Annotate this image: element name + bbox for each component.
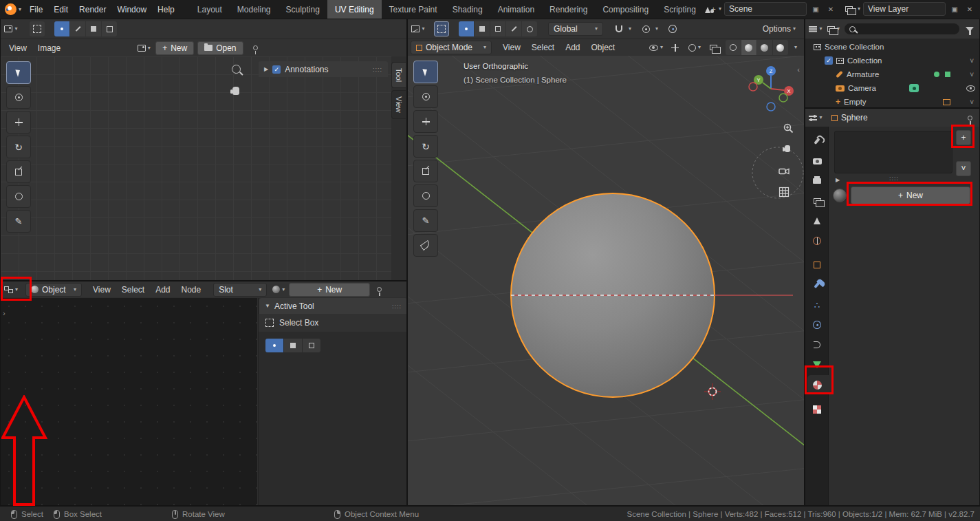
- vp-menu-add[interactable]: Add: [560, 43, 585, 52]
- tab-constraints[interactable]: [805, 336, 829, 354]
- tab-tool[interactable]: [805, 132, 829, 150]
- active-tool-panel-header[interactable]: ▼ Active Tool ::::: [259, 298, 407, 314]
- pin-icon[interactable]: [253, 45, 258, 50]
- blender-menu-arrow[interactable]: ▾: [19, 7, 21, 12]
- shader-menu-node[interactable]: Node: [176, 285, 207, 295]
- shading-material-button[interactable]: [757, 40, 772, 55]
- shader-type-selector[interactable]: Object ▾: [25, 283, 82, 297]
- vp-mode-intersect-button[interactable]: [522, 21, 537, 36]
- shader-pin-icon[interactable]: [377, 287, 382, 292]
- xray-toggle-button[interactable]: [706, 40, 721, 55]
- menu-edit[interactable]: Edit: [48, 5, 74, 14]
- shading-rendered-button[interactable]: [773, 40, 788, 55]
- active-tool-grip[interactable]: ::::: [392, 303, 402, 310]
- uv-tool-move[interactable]: [6, 111, 31, 134]
- slot-expander-icon[interactable]: ▶: [836, 177, 840, 183]
- tab-shading[interactable]: Shading: [445, 0, 490, 19]
- view-layer-browse-arrow[interactable]: ▾: [858, 6, 860, 12]
- slot-selector[interactable]: Slot ▾: [213, 283, 267, 297]
- viewport-canvas[interactable]: Z Y X: [408, 56, 804, 505]
- shading-wireframe-button[interactable]: [726, 40, 741, 55]
- eye-icon[interactable]: [966, 85, 975, 92]
- chevron-down-icon[interactable]: ˅: [970, 71, 974, 78]
- scene-unlink-icon[interactable]: ✕: [825, 2, 837, 16]
- tab-render[interactable]: [805, 152, 829, 170]
- editor-type-outliner-icon[interactable]: ▾: [808, 21, 823, 36]
- editor-type-image-icon[interactable]: ▾: [3, 21, 19, 36]
- tab-particles[interactable]: ∴: [805, 296, 829, 314]
- vp-tool-select-box[interactable]: [413, 61, 438, 83]
- armature-data-icon[interactable]: [945, 72, 950, 77]
- tab-object-data[interactable]: [805, 356, 829, 374]
- uv-tool-select-box[interactable]: [6, 61, 31, 84]
- chevron-down-icon[interactable]: ˅: [970, 57, 974, 65]
- material-browse-button[interactable]: ▾: [271, 282, 286, 297]
- transform-orientation-selector[interactable]: Global ▾: [548, 22, 603, 36]
- tab-modifiers[interactable]: [805, 276, 829, 294]
- shader-canvas[interactable]: ›: [1, 298, 257, 505]
- panel-grip[interactable]: ::::: [373, 66, 382, 73]
- tab-modeling[interactable]: Modeling: [230, 0, 279, 19]
- material-slot-list[interactable]: [834, 131, 952, 173]
- tab-rendering[interactable]: Rendering: [542, 0, 595, 19]
- menu-render[interactable]: Render: [74, 5, 111, 14]
- annotations-panel-header[interactable]: ▶ ✓ Annotations ::::: [259, 61, 388, 77]
- proportional-arrow[interactable]: ▾: [655, 26, 658, 32]
- mode-new-button[interactable]: [265, 339, 283, 352]
- editor-type-properties-icon[interactable]: ▾: [808, 110, 823, 125]
- pose-icon[interactable]: [934, 72, 939, 77]
- menu-window[interactable]: Window: [111, 5, 152, 14]
- outliner-row-scene-collection[interactable]: Scene Collection: [805, 40, 979, 54]
- uv-tool-annotate[interactable]: ✎: [6, 210, 31, 233]
- outliner-search-input[interactable]: [844, 23, 960, 35]
- uv-tool-transform[interactable]: [6, 185, 31, 208]
- uv-tool-rotate[interactable]: ↻: [6, 136, 31, 158]
- new-material-button[interactable]: + New: [851, 187, 970, 204]
- object-visibility-button[interactable]: ▾: [649, 40, 664, 55]
- tab-object[interactable]: [805, 256, 829, 274]
- uv-canvas[interactable]: ↻ ✎ ▶ ✓ Annotations ::::: [1, 56, 391, 280]
- gizmo-extra-button[interactable]: [665, 21, 680, 36]
- sidebar-expand-arrow[interactable]: ‹: [797, 65, 800, 74]
- uv-select-mode-intersect-button[interactable]: [102, 21, 117, 36]
- vp-tool-cursor[interactable]: [413, 85, 438, 108]
- tab-texture[interactable]: [805, 401, 829, 418]
- vp-tool-rotate[interactable]: ↻: [413, 135, 438, 158]
- menu-help[interactable]: Help: [152, 5, 180, 14]
- tab-animation[interactable]: Animation: [490, 0, 542, 19]
- tab-texture-paint[interactable]: Texture Paint: [382, 0, 445, 19]
- vp-mode-subtract-button[interactable]: [490, 21, 505, 36]
- view-layer-duplicate-icon[interactable]: ▣: [948, 2, 961, 16]
- tab-layout[interactable]: Layout: [190, 0, 230, 19]
- show-overlays-button[interactable]: ▾: [687, 40, 702, 55]
- shader-menu-select[interactable]: Select: [116, 285, 150, 295]
- collection-checkbox[interactable]: ✓: [825, 56, 833, 65]
- tab-scene[interactable]: [805, 212, 829, 230]
- vp-tool-annotate[interactable]: ✎: [413, 209, 438, 232]
- snap-toggle-button[interactable]: [611, 21, 627, 36]
- blender-logo-icon[interactable]: [5, 3, 17, 15]
- uv-menu-view[interactable]: View: [3, 43, 32, 53]
- vp-active-tool-icon[interactable]: [434, 21, 449, 36]
- outliner-display-mode-button[interactable]: ▾: [826, 21, 841, 36]
- image-open-button[interactable]: Open: [197, 41, 243, 55]
- vp-mode-difference-button[interactable]: [506, 21, 521, 36]
- tab-world[interactable]: [805, 232, 829, 250]
- uv-tool-scale[interactable]: [6, 160, 31, 183]
- mode-subtract-button[interactable]: [303, 339, 320, 352]
- tab-scripting[interactable]: Scripting: [656, 0, 704, 19]
- tab-physics[interactable]: [805, 316, 829, 334]
- navigation-gizmo[interactable]: Z Y X: [749, 66, 794, 111]
- mode-extend-button[interactable]: [284, 339, 302, 352]
- uv-sidebar-tab-view[interactable]: View: [391, 90, 406, 119]
- view-layer-selector[interactable]: View Layer: [863, 2, 946, 16]
- outliner-row-camera[interactable]: Camera: [805, 81, 979, 95]
- tab-output[interactable]: [805, 172, 829, 190]
- camera-data-icon[interactable]: [909, 84, 919, 92]
- image-browse-button[interactable]: ▾: [136, 41, 151, 56]
- scene-selector[interactable]: Scene: [724, 2, 807, 16]
- editor-type-shader-icon[interactable]: ▾: [3, 282, 19, 297]
- properties-pin-icon[interactable]: [968, 116, 972, 120]
- shading-options-arrow[interactable]: ▾: [794, 45, 797, 50]
- shading-solid-button[interactable]: [741, 40, 756, 55]
